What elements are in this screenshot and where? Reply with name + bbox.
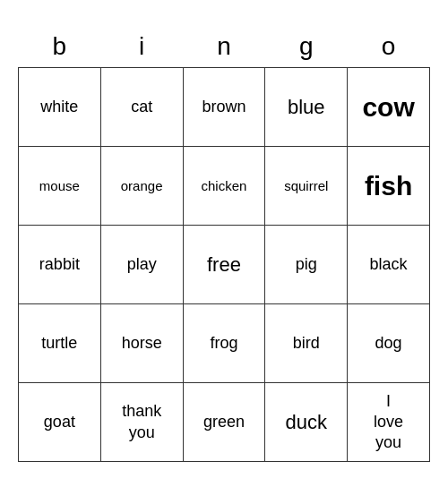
bingo-cell-r2-c0: rabbit	[19, 226, 101, 304]
bingo-cell-r0-c0: white	[19, 68, 101, 147]
header-cell-o: o	[348, 25, 430, 68]
bingo-cell-r4-c4: Iloveyou	[348, 383, 430, 462]
bingo-cell-r3-c1: horse	[100, 304, 183, 383]
bingo-cell-r4-c0: goat	[19, 383, 101, 462]
bingo-cell-r3-c4: dog	[348, 304, 430, 383]
bingo-card: bingo whitecatbrownbluecowmouseorangechi…	[18, 25, 430, 463]
header-cell-i: i	[100, 25, 183, 68]
bingo-cell-r4-c3: duck	[265, 383, 348, 462]
table-row: goatthankyougreenduckIloveyou	[19, 383, 430, 462]
bingo-cell-r0-c3: blue	[265, 68, 348, 147]
table-row: mouseorangechickensquirrelfish	[19, 147, 430, 226]
bingo-cell-r4-c2: green	[183, 383, 265, 462]
header-cell-g: g	[265, 25, 348, 68]
header-cell-b: b	[19, 25, 101, 68]
bingo-cell-r4-c1: thankyou	[100, 383, 183, 462]
header-row: bingo	[19, 25, 430, 68]
bingo-cell-r1-c2: chicken	[183, 147, 265, 226]
bingo-cell-r2-c1: play	[100, 226, 183, 304]
bingo-cell-r0-c2: brown	[183, 68, 265, 147]
bingo-cell-r3-c2: frog	[183, 304, 265, 383]
bingo-cell-r1-c4: fish	[348, 147, 430, 226]
table-row: whitecatbrownbluecow	[19, 68, 430, 147]
header-cell-n: n	[183, 25, 265, 68]
bingo-cell-r2-c4: black	[348, 226, 430, 304]
bingo-cell-r1-c3: squirrel	[265, 147, 348, 226]
bingo-cell-r0-c4: cow	[348, 68, 430, 147]
table-row: rabbitplayfreepigblack	[19, 226, 430, 304]
table-row: turtlehorsefrogbirddog	[19, 304, 430, 383]
bingo-cell-r3-c3: bird	[265, 304, 348, 383]
bingo-cell-r2-c3: pig	[265, 226, 348, 304]
bingo-cell-r0-c1: cat	[100, 68, 183, 147]
bingo-cell-r1-c0: mouse	[19, 147, 101, 226]
bingo-cell-r1-c1: orange	[100, 147, 183, 226]
bingo-cell-r2-c2: free	[183, 226, 265, 304]
bingo-cell-r3-c0: turtle	[19, 304, 101, 383]
